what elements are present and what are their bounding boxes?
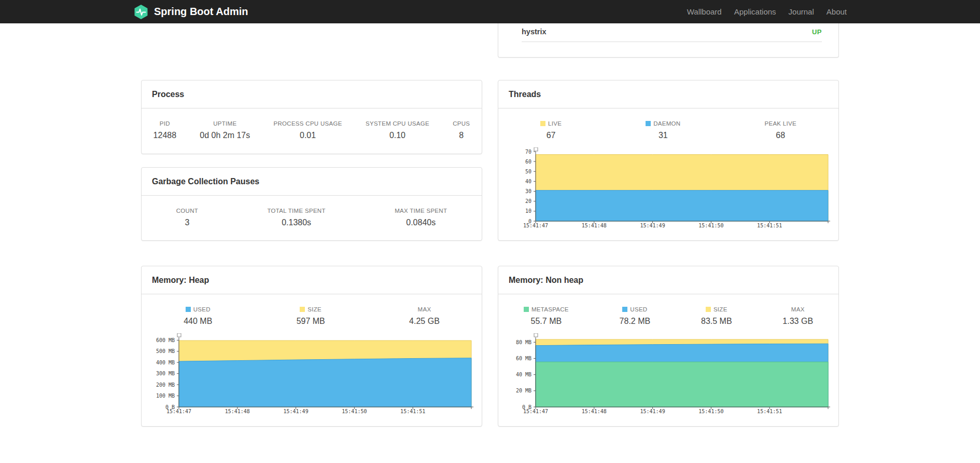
legend-nonheap-used: USED 78.2 MB [620, 306, 651, 326]
stat-gc-count: COUNT 3 [176, 208, 198, 227]
svg-text:15:41:50: 15:41:50 [342, 408, 367, 414]
svg-text:400 MB: 400 MB [156, 360, 175, 365]
memory-nonheap-panel: Memory: Non heap METASPACE 55.7 MB USED … [498, 266, 839, 427]
legend-text: SIZE [307, 306, 321, 312]
navbar: Spring Boot Admin Wallboard Applications… [0, 0, 980, 23]
legend-label: LIVE [540, 120, 562, 127]
legend-label: SIZE [701, 306, 732, 312]
legend-heap-used: USED 440 MB [184, 306, 212, 326]
gc-panel-title: Garbage Collection Pauses [142, 168, 482, 196]
legend-peak-live: PEAK LIVE 68 [764, 120, 796, 140]
nav-item-wallboard[interactable]: Wallboard [681, 7, 728, 16]
stat-value: 12488 [153, 131, 177, 140]
legend-text: LIVE [548, 120, 562, 127]
svg-text:30: 30 [525, 188, 531, 194]
legend-value: 597 MB [297, 317, 325, 326]
legend-nonheap-size: SIZE 83.5 MB [701, 306, 732, 326]
legend-value: 55.7 MB [524, 317, 569, 326]
legend-value: 440 MB [184, 317, 212, 326]
stat-label: COUNT [176, 208, 198, 214]
legend-label: METASPACE [524, 306, 569, 312]
legend-daemon: DAEMON 31 [646, 120, 680, 140]
stat-process-cpu-usage: PROCESS CPU USAGE 0.01 [273, 120, 342, 140]
stat-gc-max-time: MAX TIME SPENT 0.0840s [395, 208, 447, 227]
svg-text:200 MB: 200 MB [156, 382, 175, 388]
svg-text:500 MB: 500 MB [156, 348, 175, 354]
stat-label: CPUS [453, 120, 470, 127]
svg-text:300 MB: 300 MB [156, 371, 175, 376]
legend-value: 31 [646, 131, 680, 140]
svg-text:15:41:51: 15:41:51 [757, 223, 782, 228]
main-content: Process PID 12488 UPTIME 0d 0h 2m 17s PR… [133, 23, 847, 427]
threads-chart: 01020304050607015:41:4715:41:4815:41:491… [498, 147, 838, 236]
application-status-panel: hystrix UP [498, 23, 839, 58]
svg-text:15:41:51: 15:41:51 [757, 408, 782, 414]
stat-label: PROCESS CPU USAGE [273, 120, 342, 127]
svg-text:80 MB: 80 MB [516, 339, 531, 345]
spring-boot-admin-logo-icon [133, 4, 149, 20]
legend-value: 1.33 GB [782, 317, 813, 326]
stat-value: 0d 0h 2m 17s [200, 131, 250, 140]
svg-text:15:41:47: 15:41:47 [523, 223, 548, 228]
legend-swatch-live [540, 121, 545, 126]
nonheap-legend: METASPACE 55.7 MB USED 78.2 MB SIZE [498, 294, 838, 326]
stat-value: 0.1380s [267, 218, 325, 227]
application-status-row[interactable]: hystrix UP [522, 23, 822, 42]
legend-swatch-used [622, 307, 627, 312]
svg-text:15:41:49: 15:41:49 [284, 408, 309, 414]
svg-text:70: 70 [525, 149, 531, 155]
status-badge: UP [812, 28, 822, 36]
stat-label: SYSTEM CPU USAGE [366, 120, 429, 127]
svg-text:20: 20 [525, 198, 531, 204]
right-column: hystrix UP Threads LIVE 67 DAEMON [490, 23, 847, 427]
legend-value: 4.25 GB [409, 317, 440, 326]
stat-cpus: CPUS 8 [453, 120, 470, 140]
brand-link[interactable]: Spring Boot Admin [133, 4, 248, 20]
svg-text:40: 40 [525, 179, 531, 184]
svg-text:60: 60 [525, 159, 531, 165]
application-name[interactable]: hystrix [522, 28, 547, 36]
legend-label: MAX [409, 306, 440, 312]
nav-item-about[interactable]: About [820, 7, 847, 16]
process-panel: Process PID 12488 UPTIME 0d 0h 2m 17s PR… [141, 80, 482, 154]
legend-text: METASPACE [531, 306, 569, 312]
nav-item-journal[interactable]: Journal [782, 7, 820, 16]
threads-panel-title: Threads [498, 80, 838, 108]
nav-item-applications[interactable]: Applications [728, 7, 782, 16]
stat-gc-total-time: TOTAL TIME SPENT 0.1380s [267, 208, 325, 227]
gc-panel: Garbage Collection Pauses COUNT 3 TOTAL … [141, 167, 482, 241]
stat-label: TOTAL TIME SPENT [267, 208, 325, 214]
svg-text:15:41:50: 15:41:50 [698, 408, 723, 414]
stat-system-cpu-usage: SYSTEM CPU USAGE 0.10 [366, 120, 429, 140]
nav-menu: Wallboard Applications Journal About [681, 7, 847, 16]
legend-value: 67 [540, 131, 562, 140]
svg-text:100 MB: 100 MB [156, 393, 175, 399]
svg-text:60 MB: 60 MB [516, 356, 531, 361]
legend-label: DAEMON [646, 120, 680, 127]
legend-label: USED [620, 306, 651, 312]
legend-text: USED [193, 306, 211, 312]
legend-heap-max: MAX 4.25 GB [409, 306, 440, 326]
svg-text:15:41:48: 15:41:48 [582, 223, 607, 228]
legend-value: 78.2 MB [620, 317, 651, 326]
heap-legend: USED 440 MB SIZE 597 MB MAX 4.25 GB [142, 294, 482, 326]
stat-uptime: UPTIME 0d 0h 2m 17s [200, 120, 250, 140]
legend-swatch-daemon [646, 121, 651, 126]
memory-nonheap-chart: 0 B20 MB40 MB60 MB80 MB15:41:4715:41:481… [498, 333, 838, 421]
memory-heap-panel: Memory: Heap USED 440 MB SIZE 597 MB [141, 266, 482, 427]
gc-stats: COUNT 3 TOTAL TIME SPENT 0.1380s MAX TIM… [142, 196, 482, 227]
svg-text:15:41:47: 15:41:47 [523, 408, 548, 414]
legend-nonheap-max: MAX 1.33 GB [782, 306, 813, 326]
threads-legend: LIVE 67 DAEMON 31 PEAK LIVE 68 [498, 108, 838, 140]
legend-value: 68 [764, 131, 796, 140]
stat-value: 0.01 [273, 131, 342, 140]
svg-text:15:41:51: 15:41:51 [400, 408, 425, 414]
memory-heap-panel-title: Memory: Heap [142, 266, 482, 294]
svg-text:40 MB: 40 MB [516, 372, 531, 377]
legend-swatch-size [706, 307, 711, 312]
svg-text:10: 10 [525, 208, 531, 214]
legend-value: 83.5 MB [701, 317, 732, 326]
legend-text: SIZE [713, 306, 727, 312]
stat-value: 0.10 [366, 131, 429, 140]
legend-text: DAEMON [653, 120, 680, 127]
